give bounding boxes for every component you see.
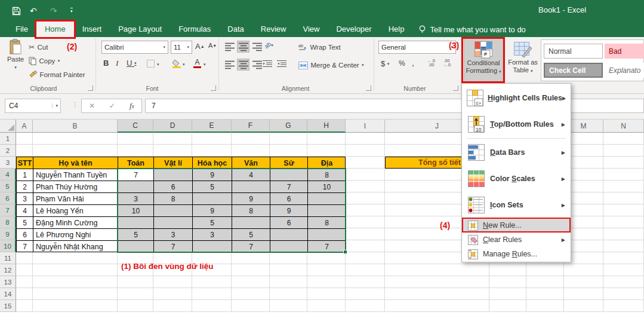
grid-cell[interactable] <box>346 204 385 216</box>
grid-cell[interactable] <box>603 169 644 181</box>
grid-cell[interactable] <box>153 276 192 288</box>
copy-button[interactable]: Copy ▾ <box>29 56 60 66</box>
grid-cell[interactable] <box>603 276 644 288</box>
grid-cell[interactable] <box>33 133 118 145</box>
table-cell-stt[interactable]: 7 <box>16 240 33 252</box>
grid-cell[interactable] <box>489 288 526 300</box>
bold-button[interactable]: B <box>103 59 109 68</box>
table-cell-score[interactable] <box>270 228 307 240</box>
row-header-14[interactable]: 14 <box>0 288 16 300</box>
row-header-1[interactable]: 1 <box>0 133 16 145</box>
name-box[interactable]: C4▾ <box>5 99 61 113</box>
table-cell-score[interactable]: 3 <box>192 228 232 240</box>
undo-button[interactable]: ↶▾ <box>30 5 40 17</box>
align-middle-button[interactable] <box>237 41 249 53</box>
italic-button[interactable]: I <box>116 59 118 68</box>
orientation-button[interactable]: ab▾ <box>264 42 273 48</box>
grid-cell[interactable] <box>270 252 307 264</box>
table-cell-score[interactable]: 3 <box>118 192 153 204</box>
wrap-text-button[interactable]: ab Wrap Text <box>298 42 341 53</box>
column-header-G[interactable]: G <box>270 120 307 133</box>
grid-cell[interactable] <box>603 300 644 312</box>
grid-cell[interactable] <box>153 133 192 145</box>
menu-item-data-bars[interactable]: Data Bars▶ <box>463 139 570 166</box>
tab-insert[interactable]: Insert <box>74 22 110 37</box>
table-header-cell[interactable]: Toán <box>118 157 153 169</box>
column-header-D[interactable]: D <box>153 120 192 133</box>
name-box-dropdown-icon[interactable]: ▾ <box>52 103 58 108</box>
grid-cell[interactable] <box>270 300 307 312</box>
table-cell-score[interactable]: 4 <box>232 169 270 181</box>
grid-cell[interactable] <box>270 276 307 288</box>
fill-color-button[interactable] <box>172 59 181 71</box>
tab-help[interactable]: Help <box>380 22 413 37</box>
grid-cell[interactable] <box>307 288 346 300</box>
grid-cell[interactable] <box>603 133 644 145</box>
grid-cell[interactable] <box>33 288 118 300</box>
conditional-formatting-button[interactable]: ≠ ConditionalFormatting ▾ <box>464 38 503 82</box>
grid-cell[interactable] <box>346 181 385 192</box>
font-name-dropdown-icon[interactable]: ▾ <box>163 45 165 50</box>
number-format-combo[interactable]: General▾ <box>378 41 456 54</box>
grid-cell[interactable] <box>192 276 232 288</box>
grid-cell[interactable] <box>118 145 153 157</box>
tell-me-box[interactable]: Tell me what you want to do <box>418 22 525 37</box>
grid-cell[interactable] <box>232 288 270 300</box>
table-cell-score[interactable] <box>232 216 270 228</box>
tab-home[interactable]: Home <box>36 22 74 37</box>
table-cell-score[interactable]: 7 <box>118 169 153 181</box>
table-cell-name[interactable]: Nguyễn Nhật Khang <box>33 240 118 252</box>
grow-font-button[interactable]: A▲ <box>195 42 205 51</box>
column-header-N[interactable]: N <box>603 120 644 133</box>
row-header-10[interactable]: 10 <box>0 240 16 252</box>
grid-cell[interactable] <box>603 145 644 157</box>
grid-cell[interactable] <box>307 252 346 264</box>
grid-cell[interactable] <box>346 192 385 204</box>
tab-formulas[interactable]: Formulas <box>170 22 219 37</box>
format-as-table-button[interactable]: Format asTable ▾ <box>506 38 540 82</box>
grid-cell[interactable] <box>489 300 526 312</box>
column-header-C[interactable]: C <box>118 120 153 133</box>
menu-item-top-bottom-rules[interactable]: 10Top/Bottom Rules▶ <box>463 111 570 137</box>
menu-item-new-rule[interactable]: New Rule... <box>463 218 570 233</box>
undo-dropdown-icon[interactable]: ▾ <box>38 8 41 13</box>
grid-cell[interactable] <box>153 145 192 157</box>
grid-cell[interactable] <box>346 228 385 240</box>
table-cell-score[interactable]: 9 <box>232 192 270 204</box>
grid-cell[interactable] <box>270 288 307 300</box>
grid-cell[interactable] <box>603 216 644 228</box>
table-cell-score[interactable]: 9 <box>192 169 232 181</box>
select-all-corner[interactable] <box>0 120 16 133</box>
borders-button[interactable] <box>147 60 155 68</box>
grid-cell[interactable] <box>307 145 346 157</box>
row-header-13[interactable]: 13 <box>0 276 16 288</box>
underline-button[interactable]: U ▾ <box>127 59 137 68</box>
grid-cell[interactable] <box>16 264 33 276</box>
row-header-7[interactable]: 7 <box>0 204 16 216</box>
redo-button[interactable]: ↷▾ <box>50 5 60 17</box>
table-cell-score[interactable] <box>270 240 307 252</box>
tab-file[interactable]: File <box>7 22 36 37</box>
row-header-4[interactable]: 4 <box>0 169 16 181</box>
grid-cell[interactable] <box>33 276 118 288</box>
table-cell-score[interactable] <box>192 192 232 204</box>
table-cell-score[interactable] <box>153 204 192 216</box>
table-cell-score[interactable] <box>307 192 346 204</box>
grid-cell[interactable] <box>232 264 270 276</box>
table-cell-score[interactable] <box>118 181 153 192</box>
comma-style-button[interactable]: , <box>412 58 414 68</box>
grid-cell[interactable] <box>603 240 644 252</box>
grid-cell[interactable] <box>118 300 153 312</box>
grid-cell[interactable] <box>192 145 232 157</box>
enter-icon[interactable]: ✓ <box>109 102 115 110</box>
grid-cell[interactable] <box>603 192 644 204</box>
grid-cell[interactable] <box>603 228 644 240</box>
grid-cell[interactable] <box>232 276 270 288</box>
qat-customize-icon[interactable]: ▾ <box>70 5 73 17</box>
grid-cell[interactable] <box>564 276 603 288</box>
cell-style-normal[interactable]: Normal <box>544 44 603 59</box>
font-color-button[interactable]: A <box>193 58 201 68</box>
grid-cell[interactable] <box>526 276 564 288</box>
number-dialog-launcher-icon[interactable] <box>453 85 458 91</box>
table-cell-score[interactable] <box>118 216 153 228</box>
